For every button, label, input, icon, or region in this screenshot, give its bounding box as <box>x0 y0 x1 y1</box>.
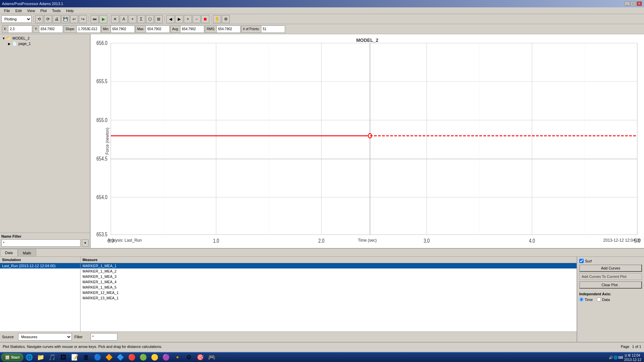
taskbar-notepad[interactable]: 📝 <box>69 353 80 362</box>
tree-expand-page1[interactable]: ▶ <box>8 42 12 46</box>
menu-plot[interactable]: Plot <box>38 8 49 13</box>
tb-annot-btn[interactable]: A <box>120 15 128 23</box>
taskbar-app7[interactable]: 🟡 <box>149 353 160 362</box>
min-stat: Min: 654.7902 <box>101 25 135 33</box>
tb-hex-btn[interactable]: ⬡ <box>146 15 154 23</box>
menu-file[interactable]: File <box>1 8 13 13</box>
app10-icon: ⚙ <box>186 354 192 361</box>
data-radio[interactable] <box>597 297 601 302</box>
menu-view[interactable]: View <box>24 8 38 13</box>
tb-zoom-out-btn[interactable]: − <box>193 15 201 23</box>
menu-edit[interactable]: Edit <box>13 8 24 13</box>
tree-item-model2[interactable]: ▼ 📁 MODEL_2 <box>1 36 89 41</box>
menu-help[interactable]: Help <box>63 8 76 13</box>
time-radio[interactable] <box>579 297 584 302</box>
clear-plot-button[interactable]: Clear Plot . <box>579 281 642 289</box>
sim-item-lastrun[interactable]: Last_Run (2013-12-12 12:04:00) <box>0 263 80 268</box>
svg-text:653.5: 653.5 <box>97 231 108 238</box>
tb-first-btn[interactable]: ⏮ <box>91 15 99 23</box>
tb-save-btn[interactable]: 💾 <box>61 15 69 23</box>
filter-input[interactable] <box>91 333 117 341</box>
tb-refresh-btn[interactable]: ⟲ <box>35 15 43 23</box>
measure-item-6[interactable]: MARKER_13_MEA_1 <box>80 295 577 301</box>
taskbar-photo[interactable]: 🖼 <box>58 353 69 362</box>
tab-math[interactable]: Math <box>18 249 36 256</box>
app7-icon: 🟡 <box>151 354 158 361</box>
page-value: 1 of 1 <box>632 345 641 349</box>
taskbar-folder[interactable]: 📁 <box>35 353 46 362</box>
tb-print-btn[interactable]: 🖨 <box>53 15 61 23</box>
tb-sync-btn[interactable]: ⟳ <box>44 15 52 23</box>
tb-stop-btn[interactable]: ⏹ <box>201 15 209 23</box>
taskbar-app1[interactable]: 🗑 <box>81 353 92 362</box>
measure-item-5[interactable]: MARKER_12_MEA_1 <box>80 290 577 295</box>
tb-zoom-in-btn[interactable]: + <box>184 15 192 23</box>
tb-grid-btn[interactable]: ⊞ <box>155 15 163 23</box>
taskbar-app5[interactable]: 🔴 <box>126 353 137 362</box>
measure-list[interactable]: MARKER_1_MEA_1 MARKER_1_MEA_2 MARKER_1_M… <box>80 263 577 331</box>
tb-sum-btn[interactable]: Σ <box>137 15 145 23</box>
slope-stat: Slope: 1.7053E-012 <box>64 25 100 33</box>
name-filter-area: Name Filter ▼ <box>0 233 90 248</box>
add-curves-button[interactable]: Add Curves <box>579 264 642 272</box>
mode-select[interactable]: Plotting <box>1 15 32 23</box>
tb-nav-right-btn[interactable]: ▶ <box>175 15 183 23</box>
taskbar-ie[interactable]: 🌐 <box>24 353 35 362</box>
taskbar-app3[interactable]: 🔶 <box>104 353 114 362</box>
taskbar-app10[interactable]: ⚙ <box>183 353 194 362</box>
taskbar-app9[interactable]: 🔸 <box>172 353 183 362</box>
maximize-button[interactable]: □ <box>631 1 636 6</box>
measure-item-2[interactable]: MARKER_1_MEA_3 <box>80 274 577 279</box>
title-bar-controls: _ □ ✕ <box>625 1 642 6</box>
taskbar-app8[interactable]: 🟣 <box>161 353 171 362</box>
measure-item-4[interactable]: MARKER_1_MEA_5 <box>80 285 577 290</box>
slope-value: 1.7053E-012 <box>77 26 100 33</box>
name-filter-input[interactable] <box>1 239 80 247</box>
app12-icon: 🎮 <box>208 354 215 361</box>
tb-plus-btn[interactable]: + <box>128 15 137 23</box>
tb-undo-btn[interactable]: ↩ <box>70 15 78 23</box>
toolbar-sep1 <box>33 16 34 22</box>
tb-hand-btn[interactable]: ✋ <box>213 15 221 23</box>
measure-item-1[interactable]: MARKER_1_MEA_2 <box>80 268 577 274</box>
max-value: 654.7902 <box>146 26 169 33</box>
plot-chart[interactable]: 656.0 655.5 655.0 654.5 654.0 653.5 0.0 … <box>91 34 644 248</box>
taskbar-app6[interactable]: 🟢 <box>138 353 149 362</box>
photo-icon: 🖼 <box>60 354 66 361</box>
app1-icon: 🗑 <box>83 354 89 361</box>
start-button[interactable]: 🪟 Start <box>1 353 23 361</box>
tb-cross-btn[interactable]: ✕ <box>111 15 119 23</box>
tb-nav-left-btn[interactable]: ◀ <box>166 15 174 23</box>
svg-text:1.0: 1.0 <box>213 237 219 244</box>
menu-tools[interactable]: Tools <box>49 8 63 13</box>
tab-data[interactable]: Data <box>0 249 18 256</box>
tb-redo-btn[interactable]: ↪ <box>79 15 87 23</box>
taskbar-app2[interactable]: 🔵 <box>92 353 103 362</box>
avg-label: Avg: <box>171 26 180 33</box>
name-filter-arrow[interactable]: ▼ <box>82 239 89 247</box>
tb-play-btn[interactable]: ▶ <box>99 15 107 23</box>
taskbar-app4[interactable]: 🔷 <box>115 353 126 362</box>
svg-text:654.5: 654.5 <box>97 156 108 162</box>
taskbar-app11[interactable]: 🎯 <box>195 353 206 362</box>
bottom-content: Simulation Last_Run (2013-12-12 12:04:00… <box>0 257 644 342</box>
simulation-list[interactable]: Last_Run (2013-12-12 12:04:00) <box>0 263 80 331</box>
measure-item-3[interactable]: MARKER_1_MEA_4 <box>80 279 577 285</box>
tree-item-page1[interactable]: ▶ 📄 page_1 <box>1 41 89 46</box>
source-select[interactable]: Measures Requests Results <box>18 333 72 341</box>
tb-settings-btn[interactable]: ⚙ <box>222 15 230 23</box>
time-radio-label: Time <box>585 298 593 302</box>
start-label: Start <box>11 355 19 359</box>
data-panel: Simulation Last_Run (2013-12-12 12:04:00… <box>0 257 577 342</box>
minimize-button[interactable]: _ <box>625 1 630 6</box>
points-stat: # of Points: 51 <box>241 25 285 33</box>
title-bar: Adams/PostProcessor Adams 2013.1 _ □ ✕ <box>0 0 644 7</box>
yaxis-label: Force (newton) <box>105 128 110 155</box>
plot-area[interactable]: MODEL_2 MARKER_1_MEA_1 <box>91 34 644 248</box>
taskbar-media[interactable]: 🎵 <box>47 353 57 362</box>
close-button[interactable]: ✕ <box>637 1 642 6</box>
tree-expand-model2[interactable]: ▼ <box>2 37 6 40</box>
surf-checkbox[interactable] <box>579 259 584 263</box>
taskbar-app12[interactable]: 🎮 <box>206 353 217 362</box>
measure-item-0[interactable]: MARKER_1_MEA_1 <box>80 263 577 268</box>
